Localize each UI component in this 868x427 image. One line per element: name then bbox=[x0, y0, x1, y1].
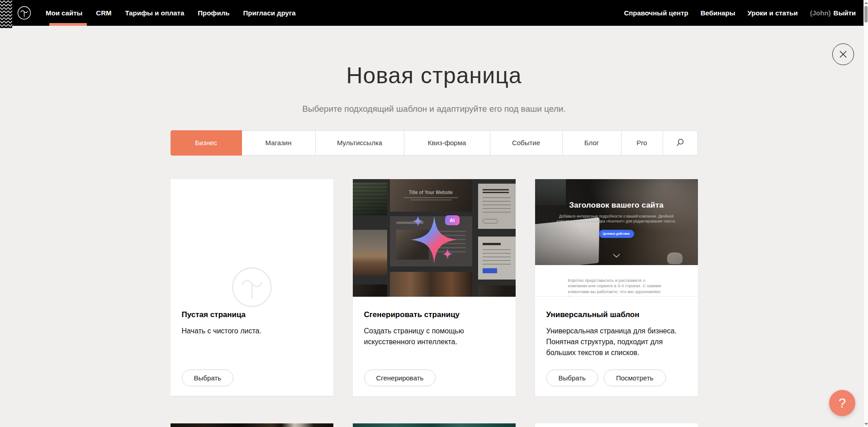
collage-tile bbox=[478, 285, 516, 297]
secondary-nav: Справочный центр Вебинары Уроки и статьи… bbox=[624, 0, 863, 26]
card-description: Начать с чистого листа. bbox=[182, 326, 322, 337]
page-title: Новая страница bbox=[171, 64, 698, 88]
vertical-scrollbar bbox=[863, 0, 868, 427]
template-card-partial[interactable] bbox=[171, 423, 333, 427]
card-title: Сгенерировать страницу bbox=[364, 310, 504, 319]
card-actions: Выбрать Посмотреть bbox=[546, 370, 666, 386]
scrollbar-thumb[interactable] bbox=[864, 6, 868, 23]
card-title: Универсальный шаблон bbox=[546, 310, 687, 319]
hero-title: Заголовок вашего сайта bbox=[569, 201, 664, 210]
nav-item-my-sites[interactable]: Мои сайты bbox=[46, 0, 82, 26]
collage-site-title: Title of Your Website bbox=[409, 190, 453, 195]
template-card-partial[interactable] bbox=[353, 423, 516, 427]
template-hero-preview: Заголовок вашего сайта Добавьте интересн… bbox=[535, 179, 698, 265]
user-name: (John) bbox=[810, 9, 831, 17]
scrollbar-down-arrow[interactable] bbox=[864, 423, 868, 425]
collage-tile bbox=[478, 237, 516, 280]
main-nav: Мои сайты CRM Тарифы и оплата Профиль Пр… bbox=[46, 0, 296, 26]
card-description: Создать страницу с помощью искусственног… bbox=[364, 326, 504, 347]
nav-item-logout[interactable]: (John) Выйти bbox=[810, 0, 856, 26]
nav-item-invite-friend[interactable]: Пригласи друга bbox=[243, 0, 295, 26]
top-navbar: Мои сайты CRM Тарифы и оплата Профиль Пр… bbox=[0, 0, 863, 26]
card-title: Пустая страница bbox=[182, 310, 322, 319]
new-page-dialog: Новая страница Выберите подходящий шабло… bbox=[171, 0, 698, 427]
choose-button[interactable]: Выбрать bbox=[182, 370, 233, 386]
universal-template-preview: Заголовок вашего сайта Добавьте интересн… bbox=[535, 179, 698, 297]
close-button[interactable] bbox=[832, 43, 854, 65]
card-body: Пустая страница Начать с чистого листа. … bbox=[171, 297, 333, 396]
nav-item-pricing[interactable]: Тарифы и оплата bbox=[125, 0, 184, 26]
card-description: Универсальная страница для бизнеса. Поня… bbox=[546, 326, 687, 358]
card-actions: Выбрать bbox=[182, 370, 233, 386]
collage-tile bbox=[353, 285, 387, 297]
ai-sparkle-small-icon bbox=[442, 248, 453, 261]
nav-item-crm[interactable]: CRM bbox=[96, 0, 111, 26]
template-intro-section: Коротко представьтесь и расскажите о ком… bbox=[535, 265, 698, 297]
collage-tile bbox=[390, 272, 472, 297]
tab-search[interactable] bbox=[663, 130, 698, 156]
template-category-tabs: Бизнес Магазин Мультиссылка Квиз-форма С… bbox=[171, 130, 698, 156]
close-icon bbox=[839, 50, 848, 59]
collage-tile bbox=[353, 183, 387, 215]
nav-item-help-center[interactable]: Справочный центр bbox=[624, 0, 688, 26]
ai-badge: AI bbox=[445, 215, 460, 225]
tab-blog[interactable]: Блог bbox=[563, 130, 621, 156]
zigzag-pattern-decoration bbox=[0, 0, 12, 28]
tab-business[interactable]: Бизнес bbox=[171, 130, 242, 156]
tab-store[interactable]: Магазин bbox=[242, 130, 316, 156]
ai-sparkle-small-icon bbox=[412, 215, 424, 229]
tab-quiz-form[interactable]: Квиз-форма bbox=[404, 130, 490, 156]
tab-event[interactable]: Событие bbox=[490, 130, 563, 156]
template-card-blank-page[interactable]: Пустая страница Начать с чистого листа. … bbox=[171, 179, 333, 396]
nav-item-profile[interactable]: Профиль bbox=[198, 0, 229, 26]
nav-item-lessons[interactable]: Уроки и статьи bbox=[748, 0, 798, 26]
collage-tile bbox=[478, 184, 516, 229]
tab-pro[interactable]: Pro bbox=[621, 130, 663, 156]
collage-tile-website-hero: Title of Your Website bbox=[390, 179, 472, 212]
ai-collage-preview: Title of Your Website bbox=[353, 179, 516, 297]
page-subtitle: Выберите подходящий шаблон и адаптируйте… bbox=[171, 104, 698, 114]
template-grid: Пустая страница Начать с чистого листа. … bbox=[171, 179, 698, 427]
generate-button[interactable]: Сгенерировать bbox=[364, 370, 436, 386]
template-card-ai-generate[interactable]: Title of Your Website bbox=[353, 179, 516, 396]
template-card-partial[interactable] bbox=[535, 423, 698, 427]
hero-cta-button: Целевое действие bbox=[599, 230, 634, 238]
collage-tile bbox=[353, 230, 387, 275]
nav-item-webinars[interactable]: Вебинары bbox=[701, 0, 735, 26]
preview-button[interactable]: Посмотреть bbox=[604, 370, 666, 386]
scrollbar-up-arrow[interactable] bbox=[864, 2, 868, 4]
template-card-universal[interactable]: Заголовок вашего сайта Добавьте интересн… bbox=[535, 179, 698, 396]
choose-button[interactable]: Выбрать bbox=[546, 370, 598, 386]
help-button[interactable]: ? bbox=[829, 390, 855, 416]
tilda-logo[interactable] bbox=[17, 0, 31, 26]
tab-multilink[interactable]: Мультиссылка bbox=[316, 130, 404, 156]
template-intro-text: Коротко представьтесь и расскажите о ком… bbox=[568, 278, 665, 297]
hero-subtitle: Добавьте интересные подробности о вашей … bbox=[555, 214, 678, 224]
chevron-down-icon bbox=[613, 251, 620, 260]
card-actions: Сгенерировать bbox=[364, 370, 436, 386]
card-body: Сгенерировать страницу Создать страницу … bbox=[353, 297, 516, 396]
search-icon bbox=[676, 138, 684, 147]
logout-label: Выйти bbox=[834, 9, 856, 17]
card-body: Универсальный шаблон Универсальная стран… bbox=[535, 297, 698, 396]
